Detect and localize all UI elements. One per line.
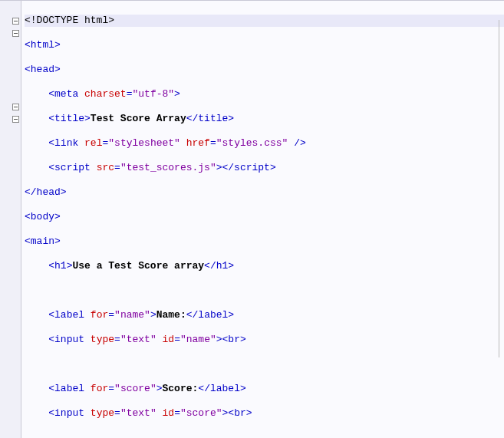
code-area[interactable]: <!DOCTYPE html> <html> <head> <meta char… <box>21 1 504 438</box>
fold-gutter <box>0 1 21 438</box>
fold-toggle-head[interactable] <box>12 30 19 37</box>
code-line: <html> <box>25 39 504 51</box>
code-line: <input type="text" id="score"><br> <box>25 407 504 420</box>
code-line: <main> <box>25 235 504 248</box>
code-line: <body> <box>25 211 504 223</box>
fold-toggle-body[interactable] <box>12 104 19 110</box>
code-line: <link rel="stylesheet" href="styles.css"… <box>25 137 504 150</box>
code-line: <h1>Use a Test Score array</h1> <box>25 260 504 272</box>
code-line: <label for="name">Name:</label> <box>25 309 504 321</box>
code-line <box>25 285 504 297</box>
fold-toggle-html[interactable] <box>12 18 19 25</box>
code-editor: <!DOCTYPE html> <html> <head> <meta char… <box>0 0 504 438</box>
fold-toggle-main[interactable] <box>12 116 19 123</box>
code-line: <label for="score">Score:</label> <box>25 383 504 395</box>
code-line <box>25 432 504 438</box>
code-line: <head> <box>25 64 504 76</box>
code-line <box>25 358 504 370</box>
code-line: <title>Test Score Array</title> <box>25 113 504 125</box>
code-line: <meta charset="utf-8"> <box>25 88 504 100</box>
code-line: <!DOCTYPE html> <box>25 15 504 27</box>
code-line: <script src="test_scores.js"></script> <box>25 162 504 174</box>
code-line: <input type="text" id="name"><br> <box>25 334 504 346</box>
code-line: </head> <box>25 186 504 199</box>
